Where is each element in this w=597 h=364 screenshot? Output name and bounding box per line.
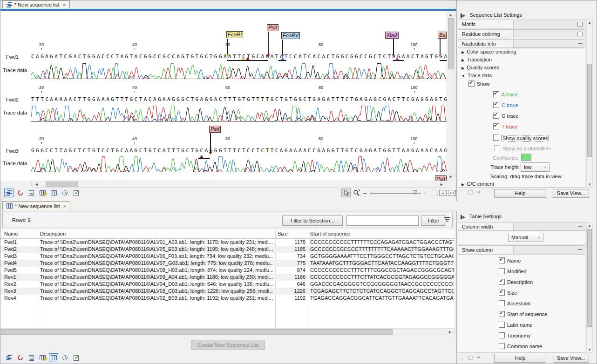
zoom-out-icon[interactable]: − [363,189,366,197]
sidebar-toggle-icon[interactable]: ▶ [461,215,465,219]
restriction-site-label-ecorv[interactable]: EcoRV [281,32,300,39]
table-view-tab[interactable]: * New sequence list × [2,201,70,210]
scroll-down-icon[interactable]: ▼ [448,174,453,180]
create-new-sequence-list-button[interactable]: Create New Sequence List [191,340,265,350]
collapse-group-icon[interactable] [578,226,583,227]
filter-input[interactable] [346,216,419,226]
table-row[interactable]: Fwd3Trace of \\Dna2\user\DNASEQ\DATA\AP0… [0,253,455,260]
scroll-down-icon[interactable]: ▼ [588,347,591,353]
fit-width-icon[interactable]: ↔ [439,190,447,196]
sidebar-toggle-icon[interactable]: ▶ [461,13,465,18]
sequence-hscrollbar[interactable]: ◄ ► [31,181,447,188]
a-trace-checkbox[interactable] [493,91,499,97]
sequence-list-view-icon[interactable] [4,353,14,362]
table-row[interactable]: Rev2Trace of \\Dna2\user\DNASEQ\DATA\AP0… [0,281,455,288]
sequence-residues[interactable]: CAGAGATCGACTGGACCCTAGTACGGCCGCCAGTGTGCTG… [31,54,447,60]
table-row[interactable]: Rev1Trace of \\Dna2\user\DNASEQ\DATA\AP0… [0,274,455,281]
table-settings-scrollbar[interactable]: ▲ ▼ [586,222,593,353]
show-column-name-checkbox[interactable] [499,257,505,263]
restriction-site-label-psti[interactable]: PstI [209,126,221,133]
scroll-thumb[interactable] [587,229,592,327]
c-trace-checkbox[interactable] [493,102,499,108]
table-row[interactable]: Rev4Trace of \\Dna2\user\DNASEQ\DATA\AP0… [0,295,455,302]
apply-to-other-views-icon[interactable]: ⇥ [475,354,480,360]
history-view-icon[interactable] [60,189,69,197]
expand-group-icon[interactable] [577,32,583,36]
trace-chromatogram[interactable] [31,105,447,122]
dock-icon[interactable]: ▢ [468,354,473,360]
dock-icon[interactable]: ▢ [468,189,473,195]
cursor-tool-button[interactable] [341,189,351,197]
show-column-taxonomy-checkbox[interactable] [499,332,505,338]
g-trace-checkbox[interactable] [493,113,499,119]
save-view-button[interactable]: Save View... [553,354,589,363]
residue-coloring-group-header[interactable]: Residue coloring [458,29,585,38]
table-view-icon[interactable] [49,353,58,362]
tab-close-icon[interactable]: × [63,203,66,209]
tab-close-icon[interactable]: × [63,2,66,7]
scroll-down-icon[interactable]: ▼ [588,182,591,188]
filter-button[interactable]: Filter [421,216,446,226]
filter-to-selection-button[interactable]: Filter to Selection... [282,216,343,226]
column-width-dropdown[interactable]: Manual ⌄ [508,233,543,242]
tree-quality-scores[interactable]: ▶Quality scores [461,65,499,70]
trace-chromatogram[interactable] [31,156,447,173]
filter-menu-icon[interactable] [444,217,451,223]
element-info-view-icon[interactable]: ✓ [71,353,81,362]
trace-height-dropdown[interactable]: low ⌄ [521,162,550,172]
sequence-view[interactable]: 20406080100Fwd1CAGAGATCGACTGGACCCTAGTACG… [0,11,447,181]
scroll-thumb[interactable] [587,64,592,157]
sequence-list-view-icon[interactable] [4,189,14,197]
restriction-site-label-psti[interactable]: PstI [435,175,447,181]
scroll-up-icon[interactable]: ▲ [588,223,591,229]
table-row[interactable]: Fwd1Trace of \\Dna2\user\DNASEQ\DATA\AP0… [0,239,455,246]
show-column-size-checkbox[interactable] [499,290,505,296]
restriction-site-label-ecori[interactable]: EcoRI [226,31,243,38]
seq-settings-scrollbar[interactable]: ▲ ▼ [586,19,593,188]
collapse-all-icon[interactable]: ─ [461,190,464,195]
nucleotide-info-group-header[interactable]: Nucleotide info [458,39,585,48]
help-button[interactable]: Help [494,354,546,363]
trace-chromatogram[interactable] [31,63,447,80]
show-as-probabilities-checkbox[interactable] [494,145,500,151]
view-split-line[interactable] [0,199,456,199]
table-export-view-icon[interactable] [38,353,47,362]
show-column-latin-name-checkbox[interactable] [499,322,505,328]
tree-gc-content[interactable]: ▶G/C content [461,181,494,187]
tree-color-space[interactable]: ▶Color space encoding [461,49,516,54]
scroll-up-icon[interactable]: ▲ [588,20,591,26]
column-header-name[interactable]: Name [4,229,36,236]
show-column-accession-checkbox[interactable] [499,300,505,306]
history-view-icon[interactable] [60,353,69,362]
expand-group-icon[interactable] [577,22,583,27]
element-info-view-icon[interactable]: ✓ [71,189,81,197]
scroll-right-icon[interactable]: ► [448,329,452,335]
hscroll-thumb[interactable] [1,329,393,335]
apply-to-other-views-icon[interactable]: ⇥ [475,189,480,195]
scroll-right-icon[interactable]: ► [440,182,444,187]
save-view-button[interactable]: Save View... [553,189,589,198]
table-hscrollbar[interactable]: ► [0,328,455,335]
zoom-to-selection-icon[interactable] [431,190,438,196]
collapse-group-icon[interactable] [578,249,583,250]
table-row[interactable]: Fwd4Trace of \\Dna2\user\DNASEQ\DATA\AP0… [0,260,455,267]
help-button[interactable]: Help [494,189,546,198]
zoom-slider-thumb[interactable]: ▽ [413,189,417,195]
motifs-group-header[interactable]: Motifs [458,20,585,28]
column-header-start[interactable]: Start of sequence [310,229,452,236]
panel-splitter-handle[interactable] [455,191,457,196]
column-header-size[interactable]: Size [278,229,305,236]
sequence-residues[interactable]: GGGCCTTAGCTCTGTCCTGCAAGCTGTCATTTGCTGCAGG… [31,148,447,154]
circular-view-icon[interactable] [15,353,25,362]
tree-trace-data[interactable]: ▼Trace data [461,73,492,78]
show-checkbox[interactable] [468,81,475,87]
show-quality-scores-checkbox[interactable] [493,135,499,141]
confidence-color-swatch[interactable] [521,154,531,161]
column-width-group-header[interactable]: Column width [458,222,585,231]
table-export-view-icon[interactable] [38,189,47,197]
restriction-site-label-xbai[interactable]: XbaI [385,32,399,39]
table-row[interactable]: Rev3Trace of \\Dna2\user\DNASEQ\DATA\AP0… [0,288,455,295]
collapse-group-icon[interactable] [578,43,583,44]
text-view-icon[interactable] [27,353,36,362]
zoom-in-icon[interactable]: + [423,189,427,196]
